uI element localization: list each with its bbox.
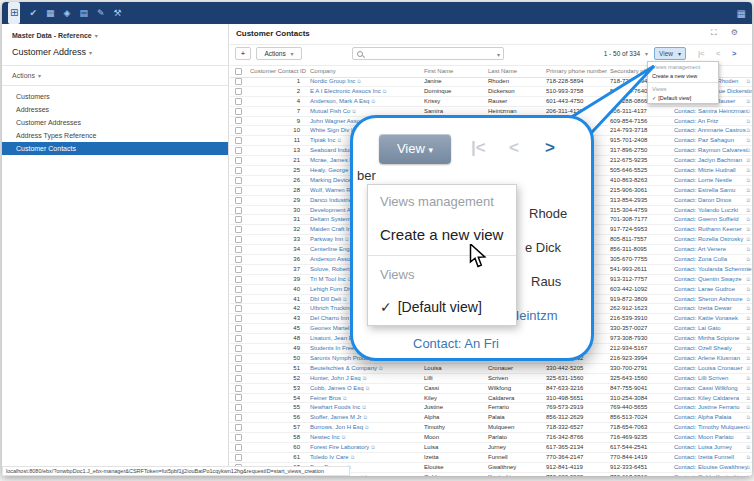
row-checkbox[interactable] <box>235 226 242 233</box>
row-checkbox[interactable] <box>235 444 242 451</box>
cell-contact[interactable]: Contact: An Fritz⧉ <box>672 117 752 126</box>
preview-icon[interactable]: ⧉ <box>746 245 750 254</box>
cell-company[interactable]: Toledo Iv Care⧉ <box>308 453 422 462</box>
row-checkbox[interactable] <box>235 296 242 303</box>
preview-icon[interactable]: ⧉ <box>351 454 355 460</box>
preview-icon[interactable]: ⧉ <box>746 304 750 313</box>
preview-icon[interactable]: ⧉ <box>746 77 750 86</box>
preview-icon[interactable]: ⧉ <box>746 285 750 294</box>
cell-contact[interactable]: Contact: Daron Dinos⧉ <box>672 196 752 205</box>
first-page-button[interactable]: |< <box>698 49 704 58</box>
cell-contact[interactable]: Contact: Mirtha Scipione⧉ <box>672 334 752 343</box>
preview-icon[interactable]: ⧉ <box>746 314 750 323</box>
row-checkbox[interactable] <box>235 414 242 421</box>
cell-contact[interactable]: Contact: Kattie Vonasek⧉ <box>672 314 752 323</box>
row-checkbox[interactable] <box>235 424 242 431</box>
preview-icon[interactable]: ⧉ <box>746 433 750 442</box>
cell-company[interactable]: Nordic Group Inc⧉ <box>308 77 422 86</box>
preview-icon[interactable]: ⧉ <box>746 324 750 333</box>
column-header-first-name[interactable]: First Name <box>422 65 486 77</box>
cell-contact[interactable]: Contact: Mitzie Hudnall⧉ <box>672 166 752 175</box>
preview-icon[interactable]: ⧉ <box>746 413 750 422</box>
preview-icon[interactable]: ⧉ <box>746 97 750 106</box>
row-checkbox[interactable] <box>235 286 242 293</box>
preview-icon[interactable]: ⧉ <box>746 374 750 383</box>
column-header-customer-contact-id[interactable]: Customer Contact ID <box>248 65 308 77</box>
preview-icon[interactable]: ⧉ <box>746 423 750 432</box>
preview-icon[interactable]: ⧉ <box>746 126 750 135</box>
cell-contact[interactable]: Contact: Lilli Scriven⧉ <box>672 374 752 383</box>
row-checkbox[interactable] <box>235 434 242 441</box>
cell-contact[interactable]: Contact: Samira Heintzman⧉ <box>672 107 752 116</box>
cell-contact[interactable]: Contact: Lorrie Nestle⧉ <box>672 176 752 185</box>
next-page-button[interactable]: > <box>732 49 736 58</box>
library-icon[interactable]: ▤ <box>79 2 88 24</box>
preview-icon[interactable]: ⧉ <box>746 295 750 304</box>
row-checkbox[interactable] <box>235 207 242 214</box>
row-checkbox[interactable] <box>235 78 242 85</box>
row-checkbox[interactable] <box>235 375 242 382</box>
preview-icon[interactable]: ⧉ <box>746 206 750 215</box>
apps-grid-icon[interactable]: ▦ <box>737 8 746 19</box>
row-checkbox[interactable] <box>235 98 242 105</box>
previous-page-button[interactable]: < <box>716 49 720 58</box>
preview-icon[interactable]: ⧉ <box>746 225 750 234</box>
cell-contact[interactable]: Contact: Izetta Dewar⧉ <box>672 304 752 313</box>
row-checkbox[interactable] <box>235 88 242 95</box>
preview-icon[interactable]: ⧉ <box>746 354 750 363</box>
row-checkbox[interactable] <box>235 137 242 144</box>
cell-contact[interactable]: Contact: Annmarie Castros⧉ <box>672 126 752 135</box>
cell-company[interactable]: Forest Fire Laboratory⧉ <box>308 443 422 452</box>
magnified-view-button[interactable]: View ▾ <box>379 134 451 164</box>
preview-icon[interactable]: ⧉ <box>371 98 375 104</box>
row-checkbox[interactable] <box>235 197 242 204</box>
cell-contact[interactable]: Contact: Kiley Caldarera⧉ <box>672 394 752 403</box>
app-launcher-icon[interactable]: ⊞ <box>8 2 20 24</box>
preview-icon[interactable]: ⧉ <box>383 88 387 94</box>
cell-contact[interactable]: Contact: Jaclyn Bachman⧉ <box>672 156 752 165</box>
preview-icon[interactable]: ⧉ <box>746 394 750 403</box>
row-checkbox[interactable] <box>235 385 242 392</box>
cell-contact[interactable]: Contact: Gwenn Suffield⧉ <box>672 215 752 224</box>
row-checkbox[interactable] <box>235 355 242 362</box>
preview-icon[interactable]: ⧉ <box>364 474 368 476</box>
preview-icon[interactable]: ⧉ <box>342 434 346 440</box>
preview-icon[interactable]: ⧉ <box>345 236 349 242</box>
magnified-first-page-button[interactable]: |< <box>471 138 486 158</box>
row-checkbox[interactable] <box>235 236 242 243</box>
preview-icon[interactable]: ⧉ <box>343 395 347 401</box>
cell-company[interactable]: Burrows, Jon H Esq⧉ <box>308 423 422 432</box>
row-checkbox[interactable] <box>235 325 242 332</box>
preview-icon[interactable]: ⧉ <box>746 344 750 353</box>
row-checkbox[interactable] <box>235 246 242 253</box>
row-checkbox[interactable] <box>235 256 242 263</box>
preview-icon[interactable]: ⧉ <box>352 108 356 114</box>
cell-company[interactable]: Feiner Bros⧉ <box>308 394 422 403</box>
preview-icon[interactable]: ⧉ <box>746 176 750 185</box>
shield-icon[interactable]: ◈ <box>63 2 70 24</box>
cell-contact[interactable]: Contact: Art Venere⧉ <box>672 245 752 254</box>
sidebar-item-addresses[interactable]: Addresses <box>2 103 228 116</box>
cell-contact[interactable]: Contact: Estrella Samu⧉ <box>672 186 752 195</box>
magnified-previous-page-button[interactable]: < <box>509 138 519 158</box>
calendar-icon[interactable]: ▦ <box>46 2 55 24</box>
row-checkbox[interactable] <box>235 345 242 352</box>
preview-icon[interactable]: ⧉ <box>746 196 750 205</box>
cell-contact[interactable]: Contact: Timothy Mulqueen⧉ <box>672 423 752 432</box>
cell-contact[interactable]: Contact: Izetta Funnell⧉ <box>672 453 752 462</box>
select-all-checkbox[interactable] <box>235 68 242 75</box>
preview-icon[interactable]: ⧉ <box>746 403 750 412</box>
cell-company[interactable]: Stoffer, James M Jr⧉ <box>308 413 422 422</box>
dataspace-selector[interactable]: Customer Address▾ <box>2 41 228 66</box>
preview-icon[interactable]: ⧉ <box>365 424 369 430</box>
cell-company[interactable]: E A I Electronic Assocs Inc⧉ <box>308 87 422 96</box>
actions-button[interactable]: Actions ▾ <box>256 47 302 60</box>
edit-icon[interactable]: ✎ <box>97 2 105 24</box>
tools-icon[interactable]: ⚒ <box>113 2 121 24</box>
preview-icon[interactable]: ⧉ <box>337 137 341 143</box>
preview-icon[interactable]: ⧉ <box>746 473 750 476</box>
tasks-icon[interactable]: ✔ <box>29 2 37 24</box>
magnified-next-page-button[interactable]: > <box>545 138 555 158</box>
cell-contact[interactable]: Contact: Arlene Klusman⧉ <box>672 354 752 363</box>
column-header-last-name[interactable]: Last Name <box>486 65 544 77</box>
